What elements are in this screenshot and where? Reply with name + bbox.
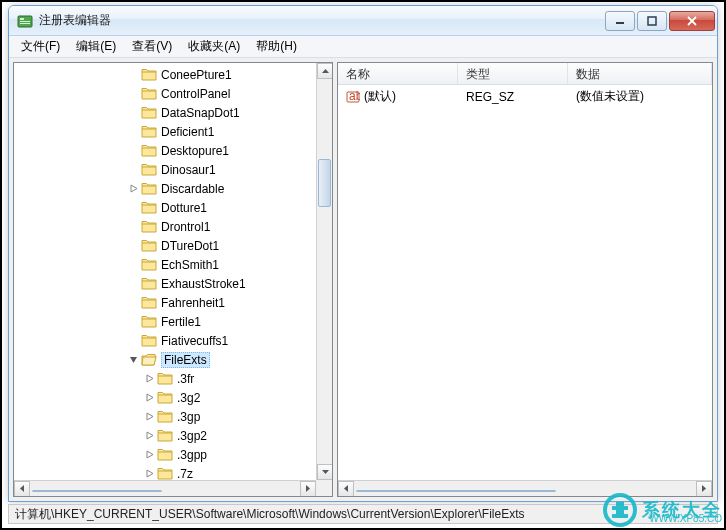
folder-icon bbox=[141, 125, 157, 139]
svg-rect-5 bbox=[648, 17, 656, 25]
value-row[interactable]: ab(默认)REG_SZ(数值未设置) bbox=[338, 87, 712, 106]
tree-item-label: Dinosaur1 bbox=[161, 163, 216, 177]
titlebar[interactable]: 注册表编辑器 bbox=[9, 6, 717, 36]
expand-icon[interactable] bbox=[144, 468, 155, 479]
svg-rect-2 bbox=[20, 21, 30, 22]
tree-item[interactable]: Fiativecuffs1 bbox=[14, 331, 316, 350]
window-controls bbox=[603, 11, 715, 31]
expander-spacer bbox=[128, 335, 139, 346]
tree-item-label: .3fr bbox=[177, 372, 194, 386]
svg-rect-11 bbox=[616, 510, 624, 514]
tree-item[interactable]: Dinosaur1 bbox=[14, 160, 316, 179]
folder-icon bbox=[141, 296, 157, 310]
tree-item[interactable]: .3gp bbox=[14, 407, 316, 426]
tree-item[interactable]: DataSnapDot1 bbox=[14, 103, 316, 122]
folder-icon bbox=[141, 353, 157, 367]
values-header[interactable]: 名称 类型 数据 bbox=[338, 63, 712, 85]
registry-editor-window: 注册表编辑器 文件(F) 编辑(E) 查看(V) 收藏夹(A) 帮助(H) Co… bbox=[8, 5, 718, 502]
folder-icon bbox=[141, 201, 157, 215]
tree-item[interactable]: Desktopure1 bbox=[14, 141, 316, 160]
tree-item[interactable]: ExhaustStroke1 bbox=[14, 274, 316, 293]
watermark-url: WWW.XP85.CO bbox=[649, 513, 722, 524]
folder-icon bbox=[141, 315, 157, 329]
tree-item[interactable]: .3g2 bbox=[14, 388, 316, 407]
folder-icon bbox=[157, 467, 173, 481]
folder-icon bbox=[141, 182, 157, 196]
string-value-icon: ab bbox=[346, 90, 360, 104]
menu-edit[interactable]: 编辑(E) bbox=[68, 36, 124, 57]
tree-item[interactable]: .7z bbox=[14, 464, 316, 480]
tree-item-label: .7z bbox=[177, 467, 193, 481]
expand-icon[interactable] bbox=[144, 392, 155, 403]
tree-item[interactable]: EchSmith1 bbox=[14, 255, 316, 274]
values-pane: 名称 类型 数据 ab(默认)REG_SZ(数值未设置) bbox=[337, 62, 713, 497]
scroll-up-button[interactable] bbox=[317, 63, 332, 79]
tree-horizontal-scrollbar[interactable] bbox=[14, 480, 316, 496]
expander-spacer bbox=[128, 221, 139, 232]
expander-spacer bbox=[128, 69, 139, 80]
tree-item[interactable]: FileExts bbox=[14, 350, 316, 369]
tree-item-label: .3g2 bbox=[177, 391, 200, 405]
expand-icon[interactable] bbox=[128, 183, 139, 194]
tree-item[interactable]: Dotture1 bbox=[14, 198, 316, 217]
tree-item[interactable]: Fertile1 bbox=[14, 312, 316, 331]
tree-item[interactable]: Deficient1 bbox=[14, 122, 316, 141]
menu-favorites[interactable]: 收藏夹(A) bbox=[180, 36, 248, 57]
expander-spacer bbox=[128, 259, 139, 270]
tree-item-label: ConeePture1 bbox=[161, 68, 232, 82]
svg-rect-1 bbox=[20, 18, 24, 20]
tree-item[interactable]: ConeePture1 bbox=[14, 65, 316, 84]
tree-item[interactable]: ControlPanel bbox=[14, 84, 316, 103]
menu-file[interactable]: 文件(F) bbox=[13, 36, 68, 57]
expander-spacer bbox=[128, 107, 139, 118]
tree-item[interactable]: DTureDot1 bbox=[14, 236, 316, 255]
menu-view[interactable]: 查看(V) bbox=[124, 36, 180, 57]
tree-item-label: Discardable bbox=[161, 182, 224, 196]
tree-vertical-scrollbar[interactable] bbox=[316, 63, 332, 480]
tree-item[interactable]: .3fr bbox=[14, 369, 316, 388]
expand-icon[interactable] bbox=[144, 373, 155, 384]
tree-item[interactable]: Discardable bbox=[14, 179, 316, 198]
svg-rect-9 bbox=[616, 502, 624, 506]
column-type[interactable]: 类型 bbox=[458, 63, 568, 84]
tree-item[interactable]: .3gpp bbox=[14, 445, 316, 464]
expander-spacer bbox=[128, 297, 139, 308]
tree-item-label: ExhaustStroke1 bbox=[161, 277, 246, 291]
column-name[interactable]: 名称 bbox=[338, 63, 458, 84]
column-data[interactable]: 数据 bbox=[568, 63, 712, 84]
folder-icon bbox=[141, 87, 157, 101]
folder-icon bbox=[157, 391, 173, 405]
expand-icon[interactable] bbox=[144, 449, 155, 460]
tree-item[interactable]: Fahrenheit1 bbox=[14, 293, 316, 312]
expander-spacer bbox=[128, 145, 139, 156]
tree-item[interactable]: .3gp2 bbox=[14, 426, 316, 445]
expander-spacer bbox=[128, 240, 139, 251]
scroll-left-button[interactable] bbox=[14, 481, 30, 497]
expander-spacer bbox=[128, 88, 139, 99]
tree-pane: ConeePture1ControlPanelDataSnapDot1Defic… bbox=[13, 62, 333, 497]
scroll-down-button[interactable] bbox=[317, 464, 332, 480]
expand-icon[interactable] bbox=[144, 411, 155, 422]
menubar: 文件(F) 编辑(E) 查看(V) 收藏夹(A) 帮助(H) bbox=[9, 36, 717, 58]
folder-icon bbox=[141, 106, 157, 120]
registry-tree[interactable]: ConeePture1ControlPanelDataSnapDot1Defic… bbox=[14, 63, 316, 480]
svg-rect-4 bbox=[616, 22, 624, 24]
expander-spacer bbox=[128, 202, 139, 213]
scroll-left-button[interactable] bbox=[338, 481, 354, 497]
tree-item[interactable]: Drontrol1 bbox=[14, 217, 316, 236]
values-list[interactable]: ab(默认)REG_SZ(数值未设置) bbox=[338, 85, 712, 480]
scroll-thumb[interactable] bbox=[318, 159, 331, 207]
tree-item-label: DTureDot1 bbox=[161, 239, 219, 253]
scroll-right-button[interactable] bbox=[300, 481, 316, 497]
svg-rect-3 bbox=[20, 23, 30, 24]
collapse-icon[interactable] bbox=[128, 354, 139, 365]
scroll-thumb[interactable] bbox=[32, 490, 162, 492]
minimize-button[interactable] bbox=[605, 11, 635, 31]
expand-icon[interactable] bbox=[144, 430, 155, 441]
close-button[interactable] bbox=[669, 11, 715, 31]
scroll-thumb[interactable] bbox=[356, 490, 556, 492]
folder-icon bbox=[141, 220, 157, 234]
watermark: 系统大全 WWW.XP85.CO bbox=[602, 492, 722, 528]
menu-help[interactable]: 帮助(H) bbox=[248, 36, 305, 57]
maximize-button[interactable] bbox=[637, 11, 667, 31]
